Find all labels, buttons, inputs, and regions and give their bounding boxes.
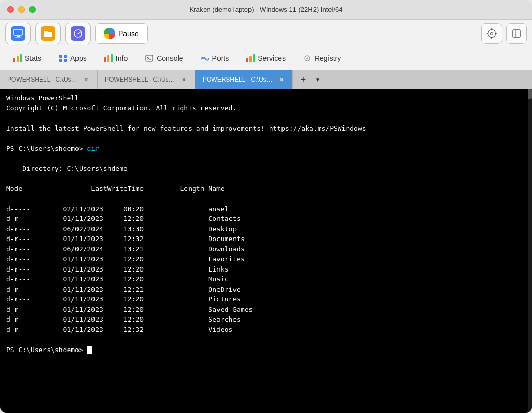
tab-apps[interactable]: Apps — [51, 47, 95, 70]
window-toggle-button[interactable] — [506, 23, 527, 44]
toolbar: Pause — [0, 20, 532, 47]
monitor-button[interactable] — [5, 23, 31, 44]
svg-rect-5 — [513, 30, 520, 37]
pause-google-icon — [104, 28, 115, 39]
monitor-icon — [11, 26, 25, 41]
svg-rect-7 — [59, 55, 62, 58]
tab-info[interactable]: Info — [96, 47, 136, 70]
close-button[interactable] — [7, 6, 14, 13]
pause-label: Pause — [118, 29, 139, 38]
console-icon — [145, 54, 153, 62]
speedometer-button[interactable] — [65, 23, 91, 44]
traffic-lights — [7, 6, 36, 13]
svg-rect-0 — [14, 29, 22, 35]
terminal-tab-3-label: POWERSHELL - C:\Users\ — [202, 76, 275, 83]
terminal-output: Windows PowerShell Copyright (C) Microso… — [6, 93, 526, 355]
ports-icon — [201, 54, 209, 62]
svg-rect-2 — [15, 37, 21, 38]
terminal-tab-1-label: POWERSHELL - C:\Users\ — [7, 76, 80, 83]
terminal-tab-3-close[interactable]: ✕ — [278, 76, 285, 83]
minimize-button[interactable] — [18, 6, 25, 13]
svg-rect-6 — [515, 30, 516, 37]
window-title: Kraken (demo laptop) - Windows 11 (22H2)… — [190, 6, 343, 13]
folder-button[interactable] — [35, 23, 61, 44]
svg-point-14 — [306, 57, 308, 59]
tab-services[interactable]: Services — [238, 47, 294, 70]
svg-line-4 — [78, 32, 80, 34]
services-icon — [246, 54, 255, 62]
nav-tabs: Stats Apps Info Console Ports — [0, 47, 532, 70]
pause-button[interactable]: Pause — [95, 23, 148, 44]
terminal-tab-2-label: POWERSHELL - C:\Users\ — [105, 76, 177, 83]
info-icon — [104, 54, 113, 62]
apps-icon — [59, 54, 67, 62]
terminal-tab-3[interactable]: POWERSHELL - C:\Users\ ✕ — [195, 70, 293, 89]
stats-icon — [13, 54, 22, 62]
terminal-tab-controls: + ▼ — [295, 70, 324, 89]
svg-rect-1 — [17, 36, 20, 37]
tab-dropdown-button[interactable]: ▼ — [311, 71, 324, 88]
tab-ports[interactable]: Ports — [193, 47, 238, 70]
terminal-scrollbar[interactable] — [528, 89, 532, 413]
terminal-tab-1-close[interactable]: ✕ — [83, 76, 90, 83]
terminal-tab-1[interactable]: POWERSHELL - C:\Users\ ✕ — [0, 70, 98, 89]
tab-registry[interactable]: Registry — [295, 47, 349, 70]
svg-rect-9 — [59, 59, 62, 62]
settings-button[interactable] — [481, 23, 502, 44]
terminal-tab-2[interactable]: POWERSHELL - C:\Users\ ✕ — [98, 70, 195, 89]
scrollbar-thumb[interactable] — [528, 89, 532, 99]
title-bar: Kraken (demo laptop) - Windows 11 (22H2)… — [0, 0, 532, 20]
tab-stats[interactable]: Stats — [5, 47, 50, 70]
terminal-tabs: POWERSHELL - C:\Users\ ✕ POWERSHELL - C:… — [0, 70, 532, 89]
folder-icon — [41, 26, 55, 41]
registry-icon — [303, 54, 311, 62]
svg-rect-10 — [64, 59, 67, 62]
terminal-tab-2-close[interactable]: ✕ — [180, 76, 187, 83]
speedometer-icon — [71, 26, 85, 41]
terminal-content[interactable]: Windows PowerShell Copyright (C) Microso… — [0, 89, 532, 413]
svg-rect-8 — [64, 55, 67, 58]
add-tab-button[interactable]: + — [295, 71, 311, 88]
tab-console[interactable]: Console — [137, 47, 191, 70]
maximize-button[interactable] — [29, 6, 36, 13]
